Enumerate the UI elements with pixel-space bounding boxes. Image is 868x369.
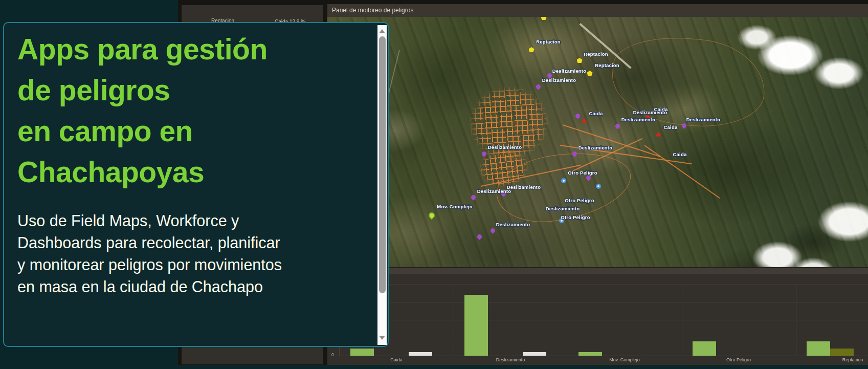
map-marker-deslizamiento[interactable] bbox=[614, 123, 620, 129]
chart-category-label: Caida bbox=[390, 357, 403, 362]
map-feature-label: Reptacion bbox=[584, 51, 608, 57]
bar-reptacion-oliva[interactable] bbox=[830, 349, 854, 356]
map-marker-deslizamiento[interactable] bbox=[535, 84, 541, 90]
map-feature-label: Deslizamiento bbox=[546, 206, 580, 211]
slide-title: Apps para gestión de peligros en campo e… bbox=[17, 29, 355, 192]
chart-x-axis bbox=[339, 356, 868, 356]
map-marker-otro-peligro[interactable] bbox=[561, 178, 567, 184]
map-marker-reptacion[interactable] bbox=[587, 70, 593, 76]
map-feature-label: Reptacion bbox=[536, 39, 561, 45]
map-marker-caida[interactable] bbox=[581, 117, 587, 123]
map-marker-deslizamiento[interactable] bbox=[574, 113, 581, 119]
map-feature-label: Caida bbox=[664, 124, 678, 130]
scroll-down-icon[interactable] bbox=[379, 336, 385, 340]
bar-deslizamiento-verde[interactable] bbox=[464, 295, 488, 356]
map-feature-label: Mov. Complejo bbox=[437, 204, 472, 209]
bar-otro-peligro-verde[interactable] bbox=[693, 341, 716, 356]
map-marker-deslizamiento[interactable] bbox=[476, 234, 482, 240]
map-marker-deslizamiento[interactable] bbox=[481, 151, 487, 157]
slide-body: Uso de Field Maps, Workforce y Dashboard… bbox=[17, 210, 355, 298]
chart-category-label: Reptacion bbox=[842, 357, 863, 362]
map-feature-label: Caida bbox=[673, 151, 687, 157]
hazard-bar-chart: 0 CaidaDeslizamientoMov. ComplejoOtro Pe… bbox=[327, 274, 868, 365]
map-feature-label: Deslizamiento bbox=[496, 222, 530, 227]
bar-deslizamiento-claro[interactable] bbox=[523, 352, 546, 356]
screen: Reptacion Caida 12.9 % Panel de moitoreo… bbox=[0, 0, 868, 369]
map-marker-reptacion[interactable] bbox=[541, 17, 547, 20]
scrollbar-thumb[interactable] bbox=[379, 36, 386, 293]
map-feature-label: Deslizamiento bbox=[477, 188, 511, 194]
map-feature-label: Deslizamiento bbox=[633, 110, 667, 115]
map-marker-deslizamiento[interactable] bbox=[681, 123, 687, 129]
bar-caida-claro[interactable] bbox=[409, 352, 432, 356]
bar-mov-complejo-verde[interactable] bbox=[578, 352, 602, 356]
map-marker-otro-peligro[interactable] bbox=[595, 183, 602, 189]
map-marker-deslizamiento[interactable] bbox=[585, 175, 591, 181]
chart-category-separator bbox=[568, 284, 568, 356]
map-marker-deslizamiento[interactable] bbox=[470, 194, 476, 201]
map-feature-label: Otro Peligro bbox=[561, 214, 590, 220]
map-feature-label: Deslizamiento bbox=[488, 144, 522, 150]
bar-reptacion-verde[interactable] bbox=[807, 341, 830, 356]
map-marker-reptacion[interactable] bbox=[528, 47, 535, 53]
chart-y-zero-label: 0 bbox=[331, 352, 334, 357]
chart-category-separator bbox=[796, 284, 796, 356]
map-marker-reptacion[interactable] bbox=[576, 57, 583, 63]
chart-gridline bbox=[339, 320, 868, 320]
chart-gridline bbox=[339, 338, 868, 338]
chart-category-separator bbox=[454, 284, 454, 356]
chart-category-separator bbox=[682, 284, 682, 356]
chart-gridline bbox=[339, 302, 868, 302]
bar-caida-verde[interactable] bbox=[350, 349, 374, 356]
chart-category-label: Mov. Complejo bbox=[609, 357, 639, 362]
chart-category-label: Otro Peligro bbox=[726, 357, 751, 362]
map-feature-label: Deslizamiento bbox=[578, 145, 612, 150]
chart-gridline bbox=[339, 284, 868, 285]
hazard-map[interactable]: ReptacionReptacionReptacionDeslizamiento… bbox=[327, 17, 868, 267]
map-feature-label: Otro Peligro bbox=[565, 198, 594, 203]
map-marker-caida[interactable] bbox=[655, 131, 661, 137]
map-feature-label: Deslizamiento bbox=[621, 117, 655, 122]
map-marker-deslizamiento[interactable] bbox=[571, 151, 577, 157]
map-feature-label: Deslizamiento bbox=[542, 77, 576, 83]
scrollbar-track[interactable] bbox=[377, 25, 387, 345]
map-feature-label: Otro Peligro bbox=[568, 170, 597, 176]
map-chart-divider bbox=[327, 267, 868, 274]
map-marker-deslizamiento[interactable] bbox=[489, 228, 496, 234]
map-feature-label: Deslizamiento bbox=[552, 68, 586, 74]
chart-category-label: Deslizamiento bbox=[496, 357, 525, 362]
dashboard-main-panel: Panel de moitoreo de peligros ReptacionR… bbox=[327, 4, 868, 365]
dashboard-title: Panel de moitoreo de peligros bbox=[327, 4, 868, 17]
scroll-up-icon[interactable] bbox=[379, 29, 385, 33]
map-feature-label: Reptacion bbox=[595, 62, 619, 68]
slide-card: Apps para gestión de peligros en campo e… bbox=[3, 22, 389, 347]
map-feature-label: Deslizamiento bbox=[686, 117, 720, 122]
map-feature-label: Caida bbox=[589, 111, 603, 116]
map-feature-label: Deslizamiento bbox=[507, 184, 541, 190]
map-marker-mov-complejo[interactable] bbox=[429, 212, 435, 219]
